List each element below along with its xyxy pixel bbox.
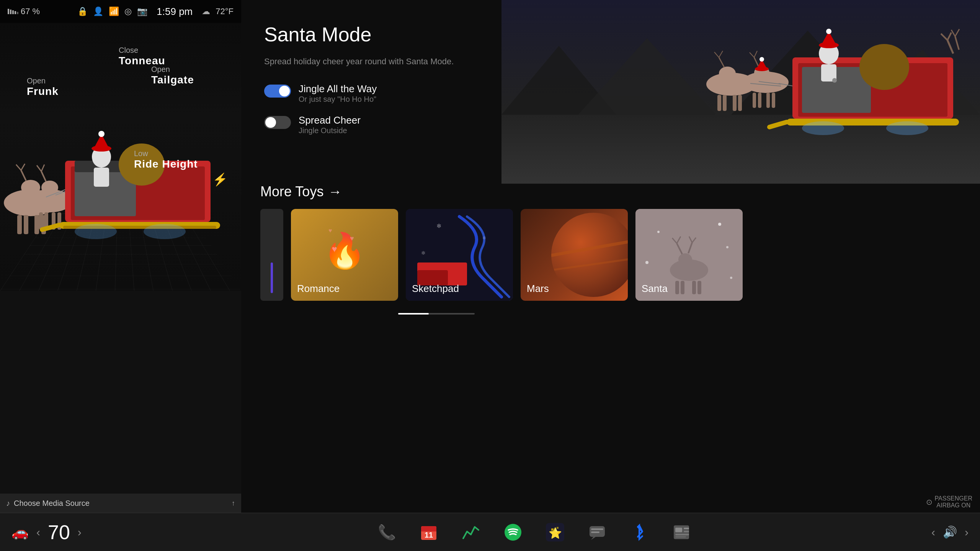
svg-point-104 — [645, 261, 648, 264]
battery-bar-2 — [10, 10, 11, 14]
status-weather: 72°F — [216, 7, 234, 16]
news-icon — [672, 523, 691, 541]
wifi-icon: 📶 — [109, 7, 119, 16]
svg-rect-6 — [24, 215, 28, 234]
svg-point-80 — [802, 121, 844, 135]
airbag-label: PASSENGER — [935, 495, 972, 502]
svg-rect-25 — [94, 168, 109, 187]
nav-left-chevron[interactable]: ‹ — [931, 526, 935, 539]
svg-line-42 — [719, 51, 723, 57]
speed-up-chevron[interactable]: › — [78, 526, 82, 539]
svg-rect-57 — [766, 93, 770, 108]
scroll-indicator-card — [260, 209, 283, 301]
cheer-toggle[interactable] — [264, 116, 291, 129]
svg-point-105 — [730, 277, 732, 279]
tailgate-label[interactable]: Open Tailgate — [151, 65, 194, 86]
lightning-icon: ⚡ — [212, 172, 228, 187]
svg-text:❄: ❄ — [421, 250, 426, 256]
svg-rect-122 — [684, 531, 689, 532]
messages-app[interactable] — [584, 519, 611, 546]
battery-status: 67 % — [8, 7, 40, 16]
status-time: 1:59 pm — [157, 6, 193, 18]
media-up-icon[interactable]: ↑ — [232, 499, 235, 507]
favorites-app[interactable]: ⭐ — [542, 519, 568, 546]
taskbar-center: 📞 11 ⭐ — [253, 519, 815, 546]
svg-point-32 — [75, 224, 117, 239]
jingle-toggle-row: Jingle All the Way Or just say "Ho Ho Ho… — [264, 83, 479, 104]
frunk-label[interactable]: Open Frunk — [27, 77, 59, 98]
toy-card-sketchpad[interactable]: ❄ ❄ ❄ Sketchpad — [406, 209, 513, 301]
mars-stripe-2 — [551, 256, 628, 272]
toy-card-santa[interactable]: Santa — [635, 209, 743, 301]
cheer-subtitle: Jingle Outside — [299, 126, 361, 135]
location-icon: ◎ — [124, 7, 132, 16]
svg-point-39 — [719, 67, 736, 80]
svg-rect-99 — [692, 281, 696, 294]
santa-mode-visual — [501, 0, 980, 184]
more-toys-header[interactable]: More Toys → — [260, 184, 961, 200]
santa-mode-info: Santa Mode Spread holiday cheer year rou… — [241, 0, 501, 184]
volume-icon[interactable]: 🔊 — [943, 525, 957, 539]
svg-rect-46 — [738, 95, 742, 111]
toy-card-romance[interactable]: 🔥 ♥ ♥ ♥ Romance — [291, 209, 398, 301]
spotify-app[interactable] — [500, 519, 526, 546]
svg-rect-45 — [733, 95, 737, 111]
toy-cards: 🔥 ♥ ♥ ♥ Romance ❄ — [260, 209, 961, 301]
svg-rect-14 — [39, 212, 43, 230]
svg-point-54 — [760, 57, 764, 62]
more-toys-arrow: → — [328, 184, 342, 200]
right-sleigh-svg — [501, 0, 980, 184]
camera-icon: 📷 — [137, 7, 147, 16]
svg-line-76 — [955, 36, 959, 50]
svg-rect-44 — [723, 95, 727, 111]
nav-right-chevron[interactable]: › — [965, 526, 969, 539]
svg-rect-123 — [675, 534, 689, 535]
battery-bar-1 — [8, 9, 9, 14]
svg-line-12 — [37, 165, 41, 171]
energy-app[interactable] — [457, 519, 484, 546]
chat-icon — [588, 523, 606, 541]
spotify-icon — [504, 523, 522, 541]
calendar-app[interactable]: 11 — [415, 519, 442, 546]
tailgate-name: Tailgate — [151, 74, 194, 86]
svg-line-49 — [754, 57, 759, 67]
profile-icon: 👤 — [93, 7, 103, 16]
svg-rect-55 — [753, 93, 756, 108]
news-app[interactable] — [668, 519, 695, 546]
tailgate-action: Open — [151, 65, 194, 74]
svg-line-4 — [21, 164, 25, 170]
svg-rect-113 — [551, 528, 554, 531]
svg-text:11: 11 — [425, 531, 433, 539]
svg-point-90 — [678, 253, 692, 266]
santa-mode-title: Santa Mode — [264, 23, 479, 46]
taskbar: 🚗 ‹ 70 › 📞 11 — [0, 513, 980, 551]
svg-rect-116 — [591, 528, 603, 530]
svg-rect-114 — [557, 527, 559, 529]
mars-label: Mars — [527, 283, 549, 295]
jingle-toggle[interactable] — [264, 85, 291, 98]
speed-down-chevron[interactable]: ‹ — [36, 526, 40, 539]
mars-sphere — [551, 213, 628, 297]
svg-line-78 — [955, 29, 959, 36]
svg-point-72 — [859, 44, 909, 90]
media-bar[interactable]: ♪ Choose Media Source ↑ — [0, 494, 241, 513]
car-icon[interactable]: 🚗 — [11, 524, 29, 540]
phone-app[interactable]: 📞 — [373, 519, 400, 546]
romance-label: Romance — [297, 283, 340, 295]
cheer-title: Spread Cheer — [299, 114, 361, 126]
battery-bars — [8, 9, 18, 14]
bluetooth-app[interactable] — [626, 519, 653, 546]
battery-bar-4 — [15, 11, 16, 14]
svg-line-41 — [714, 52, 719, 57]
svg-point-102 — [657, 231, 660, 233]
toy-card-mars[interactable]: Mars — [521, 209, 628, 301]
tonneau-label[interactable]: Close Tonneau — [119, 46, 165, 67]
more-toys-label: More Toys — [260, 184, 323, 200]
svg-line-51 — [754, 51, 757, 57]
taskbar-right: ‹ 🔊 › — [815, 525, 969, 539]
svg-marker-35 — [578, 38, 716, 115]
ride-height-label[interactable]: Low Ride Height — [134, 149, 198, 170]
svg-rect-117 — [591, 531, 599, 533]
ride-height-action: Low — [134, 149, 198, 158]
svg-rect-7 — [34, 215, 39, 234]
